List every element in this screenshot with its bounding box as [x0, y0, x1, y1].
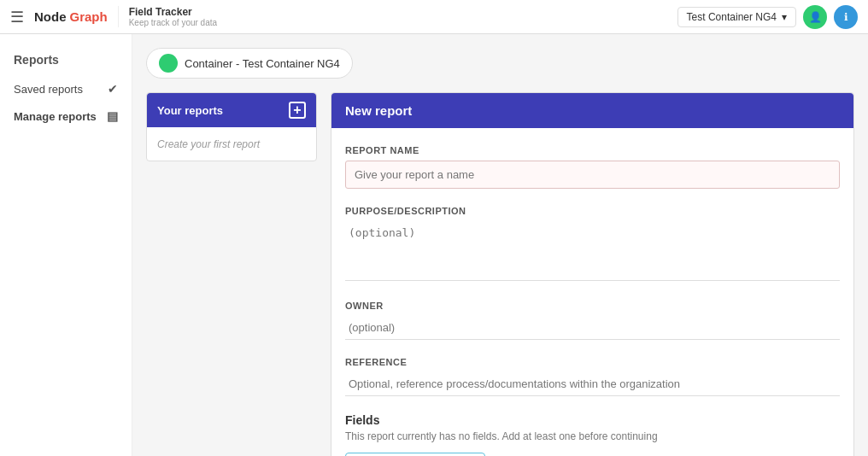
- chevron-down-icon: ▾: [782, 11, 787, 23]
- container-dot: [159, 54, 178, 73]
- sidebar-label-saved: Saved reports: [14, 83, 83, 96]
- reference-label: REFERENCE: [345, 357, 840, 367]
- navbar-right: Test Container NG4 ▾ 👤 ℹ: [677, 5, 858, 29]
- sidebar: Reports Saved reports ✔ Manage reports ▤: [0, 34, 132, 456]
- info-avatar[interactable]: ℹ: [834, 5, 858, 29]
- user-avatar[interactable]: 👤: [803, 5, 827, 29]
- manage-icon: ▤: [107, 109, 118, 123]
- app-title: Field Tracker: [129, 6, 217, 18]
- container-name: Test Container NG4: [687, 11, 777, 23]
- new-report-panel: New report REPORT NAME PURPOSE/DESCRIPTI…: [331, 92, 854, 456]
- add-report-button[interactable]: +: [289, 102, 306, 119]
- sidebar-label-manage: Manage reports: [14, 110, 97, 123]
- sidebar-item-manage-reports[interactable]: Manage reports ▤: [0, 102, 132, 130]
- new-report-title: New report: [345, 103, 412, 118]
- navbar: ☰ NodeGraph Field Tracker Keep track of …: [0, 0, 868, 34]
- owner-input[interactable]: [345, 316, 840, 340]
- fields-title: Fields: [345, 413, 840, 427]
- reference-group: REFERENCE: [345, 357, 840, 396]
- fields-section: Fields This report currently has no fiel…: [345, 413, 840, 456]
- fields-desc: This report currently has no fields. Add…: [345, 430, 840, 442]
- report-name-group: REPORT NAME: [345, 145, 840, 189]
- report-name-label: REPORT NAME: [345, 145, 840, 155]
- menu-icon[interactable]: ☰: [10, 8, 24, 26]
- create-first-label: Create your first report: [157, 138, 260, 150]
- new-report-body: REPORT NAME PURPOSE/DESCRIPTION OWNER: [331, 128, 853, 456]
- layout: Reports Saved reports ✔ Manage reports ▤…: [0, 34, 868, 456]
- purpose-label: PURPOSE/DESCRIPTION: [345, 206, 840, 216]
- new-report-header: New report: [331, 93, 853, 128]
- report-name-input[interactable]: [345, 161, 840, 189]
- logo-graph: Graph: [70, 9, 108, 24]
- your-reports-panel: Your reports + Create your first report: [146, 92, 317, 161]
- sidebar-section-title: Reports: [0, 48, 132, 75]
- app-info: Field Tracker Keep track of your data: [118, 6, 217, 27]
- owner-group: OWNER: [345, 301, 840, 340]
- reference-input[interactable]: [345, 372, 840, 396]
- your-reports-body: Create your first report: [147, 127, 316, 161]
- main-content: Container - Test Container NG4 Your repo…: [132, 34, 868, 456]
- purpose-group: PURPOSE/DESCRIPTION: [345, 206, 840, 284]
- two-col-layout: Your reports + Create your first report …: [146, 92, 854, 456]
- add-field-button[interactable]: Add new field to report: [345, 453, 485, 456]
- container-label: Container - Test Container NG4: [185, 57, 340, 70]
- navbar-left: ☰ NodeGraph Field Tracker Keep track of …: [10, 6, 217, 27]
- your-reports-title: Your reports: [157, 104, 223, 117]
- container-bar: Container - Test Container NG4: [146, 48, 353, 79]
- container-selector[interactable]: Test Container NG4 ▾: [677, 7, 796, 27]
- logo-node: Node: [34, 9, 67, 24]
- owner-label: OWNER: [345, 301, 840, 311]
- check-icon: ✔: [108, 82, 118, 96]
- app-logo: NodeGraph: [34, 9, 108, 24]
- purpose-input[interactable]: [345, 221, 840, 281]
- sidebar-item-saved-reports[interactable]: Saved reports ✔: [0, 75, 132, 102]
- your-reports-header: Your reports +: [147, 93, 316, 127]
- app-subtitle: Keep track of your data: [129, 18, 217, 27]
